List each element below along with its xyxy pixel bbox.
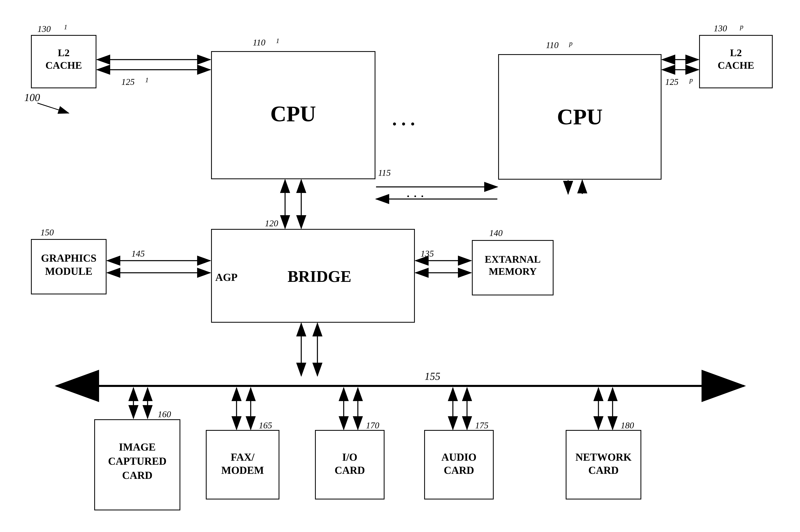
svg-text:p: p <box>740 23 743 30</box>
svg-text:CARD: CARD <box>444 464 474 476</box>
svg-text:140: 140 <box>489 228 503 238</box>
svg-text:p: p <box>569 40 573 47</box>
svg-text:135: 135 <box>421 249 434 259</box>
svg-text:MODULE: MODULE <box>45 266 92 277</box>
svg-text:110: 110 <box>546 40 559 50</box>
svg-text:CACHE: CACHE <box>45 60 82 71</box>
svg-text:. . .: . . . <box>392 109 415 129</box>
svg-text:AUDIO: AUDIO <box>441 451 476 463</box>
svg-text:FAX/: FAX/ <box>231 451 255 463</box>
svg-text:125: 125 <box>121 77 135 87</box>
svg-text:NETWORK: NETWORK <box>575 451 632 463</box>
svg-text:CARD: CARD <box>588 464 619 476</box>
svg-text:150: 150 <box>40 228 54 238</box>
svg-text:EXTARNAL: EXTARNAL <box>485 253 541 265</box>
svg-text:. . .: . . . <box>406 185 424 200</box>
svg-text:IMAGE: IMAGE <box>119 441 156 453</box>
svg-text:130: 130 <box>37 24 51 34</box>
svg-text:1: 1 <box>64 23 67 31</box>
svg-text:MODEM: MODEM <box>221 464 264 476</box>
svg-text:BRIDGE: BRIDGE <box>287 267 351 285</box>
svg-text:p: p <box>689 76 693 84</box>
svg-text:I/O: I/O <box>342 451 357 463</box>
svg-text:CARD: CARD <box>122 470 152 481</box>
svg-text:175: 175 <box>475 420 488 430</box>
svg-text:180: 180 <box>621 420 634 430</box>
svg-text:L2: L2 <box>58 47 70 58</box>
svg-text:120: 120 <box>265 218 278 228</box>
diagram-svg: L2 CACHE 130 1 CPU 110 1 CPU 110 p L2 CA… <box>0 0 800 532</box>
svg-text:CPU: CPU <box>557 104 603 129</box>
svg-text:GRAPHICS: GRAPHICS <box>41 252 96 264</box>
svg-text:L2: L2 <box>730 47 742 58</box>
svg-text:CPU: CPU <box>270 101 316 126</box>
svg-text:100: 100 <box>24 92 40 103</box>
svg-text:130: 130 <box>714 23 727 33</box>
svg-text:CAPTURED: CAPTURED <box>108 455 167 467</box>
svg-text:170: 170 <box>366 420 379 430</box>
svg-text:CARD: CARD <box>335 464 365 476</box>
svg-text:115: 115 <box>378 168 391 178</box>
svg-text:155: 155 <box>425 370 440 382</box>
svg-text:160: 160 <box>158 410 171 419</box>
svg-text:165: 165 <box>259 420 272 430</box>
svg-line-23 <box>37 103 69 113</box>
svg-text:MEMORY: MEMORY <box>489 266 537 277</box>
svg-text:CACHE: CACHE <box>718 60 754 71</box>
svg-text:110: 110 <box>253 38 265 48</box>
svg-text:1: 1 <box>276 37 279 44</box>
svg-text:145: 145 <box>131 249 145 259</box>
svg-text:1: 1 <box>145 76 149 84</box>
svg-text:125: 125 <box>665 77 678 87</box>
svg-text:AGP: AGP <box>215 271 238 283</box>
